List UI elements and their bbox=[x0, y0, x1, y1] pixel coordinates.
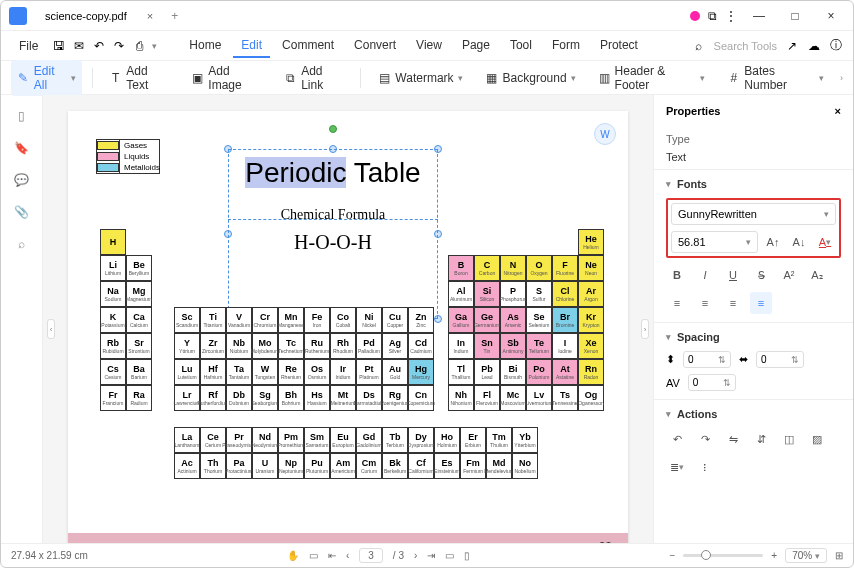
toolbar-overflow-icon[interactable]: › bbox=[840, 73, 843, 83]
first-page-icon[interactable]: ⇤ bbox=[328, 550, 336, 561]
font-color-icon[interactable]: A▾ bbox=[814, 231, 836, 253]
add-link-button[interactable]: ⧉Add Link bbox=[278, 60, 350, 96]
para-spacing-input[interactable]: 0⇅ bbox=[756, 351, 804, 368]
align-center-button[interactable]: ≡ bbox=[694, 292, 716, 314]
last-page-icon[interactable]: ⇥ bbox=[427, 550, 435, 561]
spacing-label: Spacing bbox=[677, 331, 720, 343]
add-image-button[interactable]: ▣Add Image bbox=[185, 60, 268, 96]
edit-all-button[interactable]: ✎Edit All▾ bbox=[11, 60, 82, 96]
strikethrough-button[interactable]: S̶ bbox=[750, 264, 772, 286]
fit-width-icon[interactable]: ▭ bbox=[445, 550, 454, 561]
cloud-icon[interactable]: ☁ bbox=[807, 39, 821, 53]
undo-icon[interactable]: ↶ bbox=[92, 39, 106, 53]
view-mode-icon[interactable]: ⊞ bbox=[835, 550, 843, 561]
align-left-button[interactable]: ≡ bbox=[666, 292, 688, 314]
add-text-button[interactable]: TAdd Text bbox=[103, 60, 175, 96]
extension-icon[interactable]: ⧉ bbox=[708, 9, 717, 23]
info-icon[interactable]: ⓘ bbox=[829, 39, 843, 53]
menu-edit[interactable]: Edit bbox=[233, 34, 270, 58]
redo-icon[interactable]: ↷ bbox=[112, 39, 126, 53]
comment-icon[interactable]: 💬 bbox=[14, 173, 29, 187]
increase-font-icon[interactable]: A↑ bbox=[762, 231, 784, 253]
char-spacing-input[interactable]: 0⇅ bbox=[688, 374, 736, 391]
print-dropdown-icon[interactable]: ▾ bbox=[152, 41, 157, 51]
zoom-value[interactable]: 70% ▾ bbox=[785, 548, 827, 563]
menu-protect[interactable]: Protect bbox=[592, 34, 646, 58]
element-Ga: GaGallium bbox=[448, 307, 474, 333]
print-icon[interactable]: ⎙ bbox=[132, 39, 146, 53]
underline-button[interactable]: U bbox=[722, 264, 744, 286]
font-family-select[interactable]: GunnyRewritten▾ bbox=[671, 203, 836, 225]
fit-page-icon[interactable]: ▯ bbox=[464, 550, 470, 561]
note-badge-icon[interactable]: W bbox=[594, 123, 616, 145]
superscript-button[interactable]: A² bbox=[778, 264, 800, 286]
background-button[interactable]: ▦Background▾ bbox=[479, 67, 582, 89]
page-subtitle[interactable]: Chemical Formula bbox=[228, 207, 438, 223]
collapse-spacing-icon[interactable]: ▾ bbox=[666, 332, 671, 342]
next-page-icon[interactable]: › bbox=[414, 550, 417, 561]
watermark-button[interactable]: ▤Watermark▾ bbox=[371, 67, 468, 89]
more-icon[interactable]: ⋮ bbox=[725, 9, 737, 23]
align-right-button[interactable]: ≡ bbox=[722, 292, 744, 314]
align-justify-button[interactable]: ≡ bbox=[750, 292, 772, 314]
bold-button[interactable]: B bbox=[666, 264, 688, 286]
page-input[interactable]: 3 bbox=[359, 548, 383, 563]
menu-comment[interactable]: Comment bbox=[274, 34, 342, 58]
next-page-handle[interactable]: › bbox=[641, 319, 649, 339]
save-icon[interactable]: 🖫 bbox=[52, 39, 66, 53]
list-icon[interactable]: ≣▾ bbox=[666, 456, 688, 478]
zoom-out-icon[interactable]: − bbox=[670, 550, 676, 561]
menu-home[interactable]: Home bbox=[181, 34, 229, 58]
search-tools-placeholder[interactable]: Search Tools bbox=[714, 40, 777, 52]
indent-icon[interactable]: ⫶ bbox=[694, 456, 716, 478]
close-panel-icon[interactable]: × bbox=[835, 105, 841, 117]
text-edit-selection[interactable]: Periodic Table Chemical Formula H-O-O-H bbox=[228, 149, 438, 319]
flip-v-icon[interactable]: ⇵ bbox=[750, 428, 772, 450]
prev-page-icon[interactable]: ‹ bbox=[346, 550, 349, 561]
close-button[interactable]: × bbox=[817, 2, 845, 30]
thumbnails-icon[interactable]: ▯ bbox=[18, 109, 25, 123]
italic-button[interactable]: I bbox=[694, 264, 716, 286]
decrease-font-icon[interactable]: A↓ bbox=[788, 231, 810, 253]
menu-convert[interactable]: Convert bbox=[346, 34, 404, 58]
select-tool-icon[interactable]: ▭ bbox=[309, 550, 318, 561]
menu-form[interactable]: Form bbox=[544, 34, 588, 58]
font-size-select[interactable]: 56.81▾ bbox=[671, 231, 758, 253]
search-panel-icon[interactable]: ⌕ bbox=[18, 237, 25, 251]
mail-icon[interactable]: ✉ bbox=[72, 39, 86, 53]
flip-h-icon[interactable]: ⇋ bbox=[722, 428, 744, 450]
attachment-icon[interactable]: 📎 bbox=[14, 205, 29, 219]
line-spacing-input[interactable]: 0⇅ bbox=[683, 351, 731, 368]
crop-icon[interactable]: ◫ bbox=[778, 428, 800, 450]
minimize-button[interactable]: — bbox=[745, 2, 773, 30]
maximize-button[interactable]: □ bbox=[781, 2, 809, 30]
zoom-slider[interactable] bbox=[683, 554, 763, 557]
subscript-button[interactable]: A₂ bbox=[806, 264, 828, 286]
element-Cs: CsCesium bbox=[100, 359, 126, 385]
menu-view[interactable]: View bbox=[408, 34, 450, 58]
hand-tool-icon[interactable]: ✋ bbox=[287, 550, 299, 561]
element-Es: EsEinsteinium bbox=[434, 453, 460, 479]
menu-tool[interactable]: Tool bbox=[502, 34, 540, 58]
menu-page[interactable]: Page bbox=[454, 34, 498, 58]
header-footer-button[interactable]: ▥Header & Footer▾ bbox=[592, 60, 712, 96]
tab-close-icon[interactable]: × bbox=[147, 10, 153, 22]
page-title[interactable]: Periodic Table bbox=[228, 149, 438, 197]
share-icon[interactable]: ↗ bbox=[785, 39, 799, 53]
document-tab[interactable]: science-copy.pdf × bbox=[35, 6, 163, 26]
canvas[interactable]: ‹ › W GasesLiquidsMetalloids Periodic Ta… bbox=[43, 95, 653, 543]
zoom-in-icon[interactable]: + bbox=[771, 550, 777, 561]
rotate-left-icon[interactable]: ↶ bbox=[666, 428, 688, 450]
rotate-right-icon[interactable]: ↷ bbox=[694, 428, 716, 450]
bates-button[interactable]: #Bates Number▾ bbox=[721, 60, 830, 96]
file-menu[interactable]: File bbox=[11, 35, 46, 57]
search-icon[interactable]: ⌕ bbox=[692, 39, 706, 53]
prev-page-handle[interactable]: ‹ bbox=[47, 319, 55, 339]
collapse-fonts-icon[interactable]: ▾ bbox=[666, 179, 671, 189]
collapse-actions-icon[interactable]: ▾ bbox=[666, 409, 671, 419]
extract-icon[interactable]: ▨ bbox=[806, 428, 828, 450]
page-formula[interactable]: H-O-O-H bbox=[228, 231, 438, 254]
new-tab-button[interactable]: + bbox=[171, 9, 178, 23]
ai-icon[interactable] bbox=[690, 11, 700, 21]
bookmark-icon[interactable]: 🔖 bbox=[14, 141, 29, 155]
